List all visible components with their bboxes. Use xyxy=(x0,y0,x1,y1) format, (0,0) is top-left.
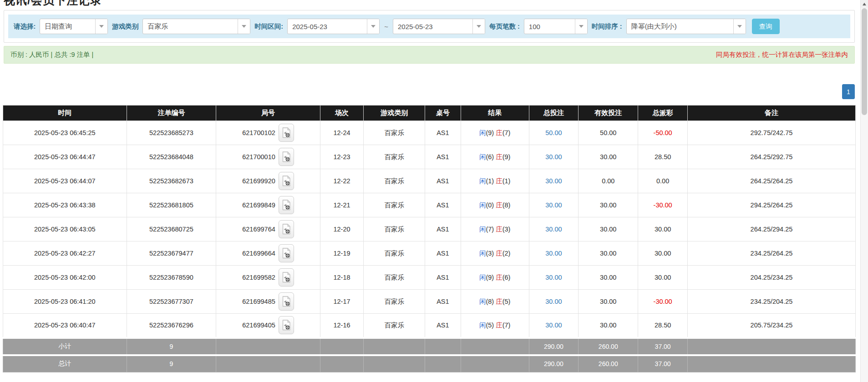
result-banker-value: (1) xyxy=(503,177,511,185)
vertical-scrollbar[interactable] xyxy=(860,0,868,382)
result-banker-value: (9) xyxy=(503,153,511,161)
video-replay-button[interactable] xyxy=(279,196,294,214)
query-type-select[interactable]: 日期查询 xyxy=(40,19,108,34)
video-replay-button[interactable] xyxy=(279,124,294,142)
time-sort-select[interactable]: 降幂(由大到小) xyxy=(626,19,746,34)
result-player-value: (5) xyxy=(486,322,494,329)
subtotal-total-bet: 290.00 xyxy=(529,338,579,355)
game-type-label: 游戏类别 xyxy=(112,22,138,31)
cell-game-type: 百家乐 xyxy=(364,266,425,290)
game-type-value: 百家乐 xyxy=(143,19,238,34)
cell-table-no: AS1 xyxy=(425,145,461,169)
video-replay-button[interactable] xyxy=(279,220,294,238)
video-replay-button[interactable] xyxy=(279,148,294,166)
cell-game-type: 百家乐 xyxy=(364,121,425,145)
cell-game-type: 百家乐 xyxy=(364,169,425,193)
time-sort-dropdown-arrow[interactable] xyxy=(733,19,746,34)
cell-table-no: AS1 xyxy=(425,121,461,145)
round-id-text: 621699849 xyxy=(242,201,275,209)
cell-valid-bet: 30.00 xyxy=(579,290,638,314)
date-from-value: 2025-05-23 xyxy=(288,19,367,34)
subtotal-empty-cell xyxy=(364,338,425,355)
cell-game-type: 百家乐 xyxy=(364,193,425,217)
round-id-text: 621699664 xyxy=(242,250,275,257)
subtotal-empty-cell xyxy=(320,338,364,355)
per-page-dropdown-arrow[interactable] xyxy=(575,19,587,34)
total-payout: 37.00 xyxy=(638,355,688,372)
table-row: 2025-05-23 06:43:38 522523681805 6216998… xyxy=(3,193,856,217)
cell-result: 闲(3) 庄(2) xyxy=(461,241,529,266)
query-type-dropdown-arrow[interactable] xyxy=(95,19,107,34)
cell-remark: 264.25/264.25 xyxy=(687,169,855,193)
cell-round-id: 621699664 xyxy=(216,241,320,266)
video-replay-button[interactable] xyxy=(279,292,294,311)
video-record-icon xyxy=(282,272,291,283)
subtotal-row: 小计 9 290.00 260.00 37.00 xyxy=(3,338,856,355)
subtotal-payout: 37.00 xyxy=(638,338,688,355)
result-player-value: (3) xyxy=(486,250,494,257)
result-player-label: 闲 xyxy=(479,201,486,209)
video-record-icon xyxy=(282,200,291,211)
search-button[interactable]: 查询 xyxy=(752,19,780,34)
video-replay-button[interactable] xyxy=(279,316,294,334)
cell-game-type: 百家乐 xyxy=(364,217,425,241)
game-type-select[interactable]: 百家乐 xyxy=(142,19,250,34)
subtotal-count: 9 xyxy=(127,338,216,355)
cell-payout: 28.50 xyxy=(638,145,688,169)
header-payout: 总派彩 xyxy=(638,106,688,121)
date-to-dropdown-arrow[interactable] xyxy=(472,19,485,34)
cell-valid-bet: 30.00 xyxy=(579,193,638,217)
cell-result: 闲(8) 庄(5) xyxy=(461,290,529,314)
cell-time: 2025-05-23 06:43:38 xyxy=(3,193,127,217)
header-session: 场次 xyxy=(320,106,364,121)
page-button-1[interactable]: 1 xyxy=(842,84,855,99)
filter-bar: 请选择: 日期查询 游戏类别 百家乐 时间区间: 2025-05-23 ~ 20… xyxy=(8,15,850,38)
chevron-down-icon xyxy=(579,25,584,28)
result-banker-value: (7) xyxy=(503,322,511,329)
round-id-text: 621699485 xyxy=(242,298,275,305)
chevron-down-icon xyxy=(99,25,104,28)
cell-valid-bet: 50.00 xyxy=(579,121,638,145)
chevron-down-icon xyxy=(477,25,481,28)
cell-session: 12-16 xyxy=(320,314,364,338)
result-player-label: 闲 xyxy=(479,177,486,185)
video-record-icon xyxy=(282,176,291,186)
video-replay-button[interactable] xyxy=(279,172,294,190)
round-id-text: 621699405 xyxy=(242,322,275,329)
subtotal-valid-bet: 260.00 xyxy=(579,338,638,355)
cell-session: 12-18 xyxy=(320,266,364,290)
page-title: 视讯/会员下注记录 xyxy=(4,0,868,6)
scrollbar-thumb[interactable] xyxy=(862,8,867,115)
result-banker-label: 庄 xyxy=(496,177,503,185)
video-replay-button[interactable] xyxy=(279,268,294,286)
cell-time: 2025-05-23 06:43:05 xyxy=(3,217,127,241)
video-record-icon xyxy=(282,248,291,259)
date-range-separator: ~ xyxy=(384,23,388,30)
result-banker-label: 庄 xyxy=(496,250,503,257)
cell-time: 2025-05-23 06:40:47 xyxy=(3,314,127,338)
total-empty-cell xyxy=(320,355,364,372)
total-empty-cell xyxy=(216,355,320,372)
cell-bet-id: 522523681805 xyxy=(127,193,216,217)
cell-result: 闲(0) 庄(8) xyxy=(461,193,529,217)
video-replay-button[interactable] xyxy=(279,244,294,262)
game-type-dropdown-arrow[interactable] xyxy=(238,19,250,34)
header-remark: 备注 xyxy=(687,106,855,121)
date-from-input[interactable]: 2025-05-23 xyxy=(287,19,380,34)
cell-result: 闲(7) 庄(3) xyxy=(461,217,529,241)
scrollbar-up-button[interactable] xyxy=(861,0,868,8)
result-player-value: (9) xyxy=(486,129,494,136)
result-player-label: 闲 xyxy=(479,274,486,281)
per-page-select[interactable]: 100 xyxy=(524,19,588,34)
cell-round-id: 621699485 xyxy=(216,290,320,314)
cell-game-type: 百家乐 xyxy=(364,290,425,314)
cell-payout: 30.00 xyxy=(638,217,688,241)
date-to-input[interactable]: 2025-05-23 xyxy=(393,19,485,34)
cell-bet-id: 522523684048 xyxy=(127,145,216,169)
cell-session: 12-20 xyxy=(320,217,364,241)
table-row: 2025-05-23 06:42:27 522523679477 6216996… xyxy=(3,241,856,266)
date-from-dropdown-arrow[interactable] xyxy=(367,19,379,34)
result-player-value: (6) xyxy=(486,153,494,161)
per-page-value: 100 xyxy=(524,19,575,34)
cell-time: 2025-05-23 06:45:25 xyxy=(3,121,127,145)
